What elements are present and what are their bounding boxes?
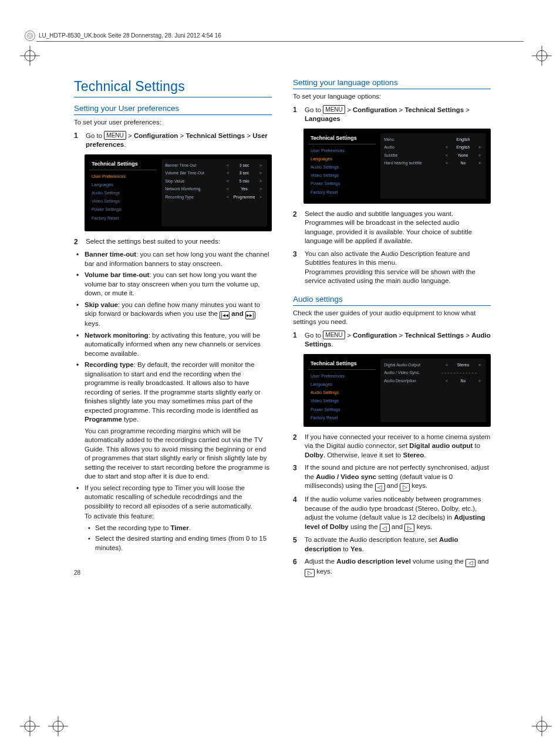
step-2: 2 Select the settings best suited to you… <box>74 237 272 247</box>
settings-list: Banner time-out: you can set how long yo… <box>74 250 272 552</box>
screenshot-user-prefs: Technical Settings User Preferences Lang… <box>85 154 272 231</box>
left-key-icon: ◁ <box>380 524 390 532</box>
left-column: Technical Settings Setting your User pre… <box>74 77 272 581</box>
menu-key: MENU <box>104 131 126 140</box>
fastfwd-key-icon: ▸▸| <box>245 311 255 319</box>
rewind-key-icon: |◂◂ <box>220 311 230 319</box>
page-title: Technical Settings <box>74 77 272 97</box>
right-column: Setting your language options To set you… <box>293 77 491 581</box>
right-key-icon: ▷ <box>400 483 410 491</box>
screenshot-languages: Technical Settings User Preferences Lang… <box>303 129 491 204</box>
left-key-icon: ◁ <box>375 483 385 491</box>
step-1: 1 Go to MENU > Configuration > Technical… <box>74 131 272 150</box>
left-key-icon: ◁ <box>465 559 475 567</box>
section-user-prefs: Setting your User preferences <box>74 103 272 115</box>
menu-key: MENU <box>323 331 345 339</box>
right-key-icon: ▷ <box>404 524 414 532</box>
lang-step-1: 1 Go to MENU > Configuration > Technical… <box>293 105 491 124</box>
menu-key: MENU <box>323 105 345 114</box>
section-audio: Audio settings <box>293 294 491 306</box>
registration-mark-icon <box>20 46 40 66</box>
screenshot-audio: Technical Settings User Preferences Lang… <box>303 354 491 427</box>
intro-text: To set your user preferences: <box>74 118 272 127</box>
page-number: 28 <box>74 569 272 577</box>
right-key-icon: ▷ <box>305 569 315 577</box>
section-language: Setting your language options <box>293 77 491 89</box>
registration-mark-icon <box>532 46 552 66</box>
